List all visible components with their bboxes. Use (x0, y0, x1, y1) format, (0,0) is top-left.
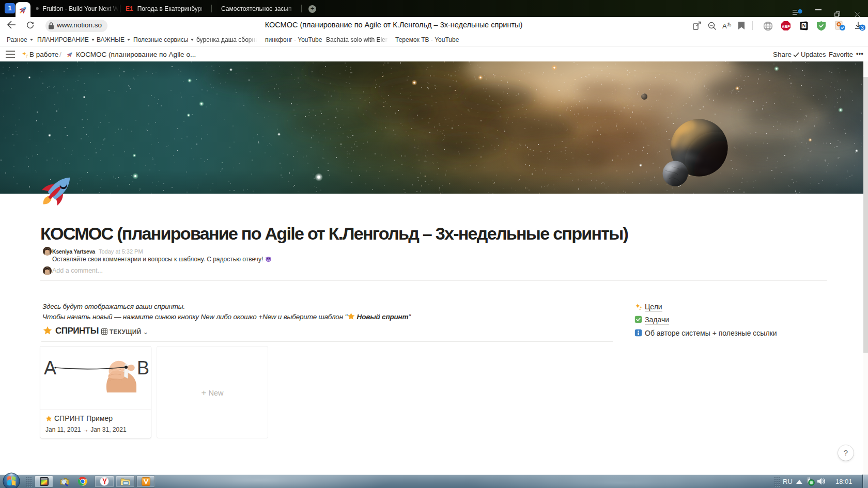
svg-text:A: A (44, 357, 56, 379)
svg-text:ABP: ABP (782, 24, 790, 29)
svg-text:B: B (137, 357, 149, 379)
svg-text:3: 3 (861, 25, 864, 31)
svg-text:A: A (722, 22, 727, 30)
svg-text:あ: あ (727, 22, 732, 27)
svg-text:N: N (802, 23, 806, 28)
